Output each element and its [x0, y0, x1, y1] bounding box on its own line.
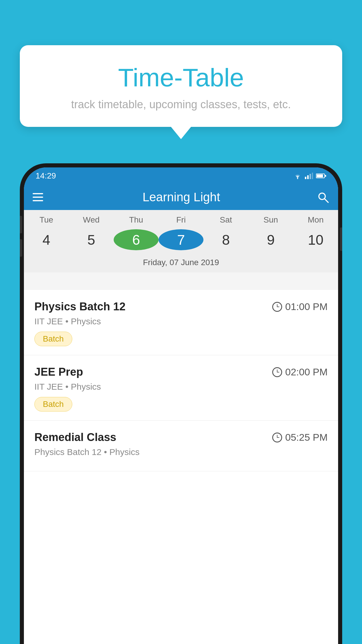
- calendar-day-4[interactable]: 4: [24, 229, 69, 250]
- calendar-day-selected[interactable]: 7: [159, 229, 203, 250]
- calendar-day-7[interactable]: 7: [159, 229, 203, 250]
- clock-icon-1: [272, 302, 282, 312]
- day-header-sun: Sun: [248, 215, 293, 225]
- day-header-sat: Sat: [203, 215, 248, 225]
- app-title: Learning Light: [43, 190, 317, 204]
- svg-rect-1: [305, 177, 306, 179]
- schedule-item-2-time: 02:00 PM: [272, 366, 328, 378]
- schedule-item-3-subtitle: Physics Batch 12 • Physics: [34, 447, 328, 457]
- schedule-item-2-header: JEE Prep 02:00 PM: [34, 366, 328, 378]
- selected-date-label: Friday, 07 June 2019: [24, 256, 338, 272]
- schedule-item-2-time-text: 02:00 PM: [285, 366, 328, 378]
- calendar-day-8[interactable]: 8: [203, 229, 248, 250]
- svg-rect-2: [307, 175, 309, 179]
- svg-rect-6: [325, 175, 326, 177]
- day-header-thu: Thu: [114, 215, 159, 225]
- schedule-item-3-header: Remedial Class 05:25 PM: [34, 431, 328, 444]
- svg-line-9: [324, 199, 328, 202]
- day-header-mon: Mon: [293, 215, 338, 225]
- schedule-item-1-header: Physics Batch 12 01:00 PM: [34, 300, 328, 313]
- speech-bubble-card: Time-Table track timetable, upcoming cla…: [20, 45, 342, 127]
- schedule-item-3-time-text: 05:25 PM: [285, 432, 328, 443]
- schedule-list: Physics Batch 12 01:00 PM IIT JEE • Phys…: [24, 290, 338, 644]
- schedule-item-2-subtitle: IIT JEE • Physics: [34, 382, 328, 392]
- calendar-day-9[interactable]: 9: [248, 229, 293, 250]
- calendar-strip[interactable]: Tue Wed Thu Fri Sat Sun Mon 4 5 6 7 8 9 …: [24, 210, 338, 272]
- schedule-item-2-title: JEE Prep: [34, 366, 83, 378]
- volume-down-button: [20, 239, 22, 257]
- signal-icon: [305, 173, 313, 179]
- status-time: 14:29: [36, 171, 56, 181]
- calendar-day-10[interactable]: 10: [293, 229, 338, 250]
- schedule-item-2-badge: Batch: [34, 397, 72, 412]
- volume-up-button: [20, 216, 22, 233]
- schedule-item-1-time-text: 01:00 PM: [285, 301, 328, 312]
- search-button[interactable]: [317, 191, 329, 204]
- schedule-item-1-title: Physics Batch 12: [34, 300, 126, 313]
- day-header-fri: Fri: [159, 215, 203, 225]
- schedule-item-1-badge: Batch: [34, 332, 72, 346]
- day-header-wed: Wed: [69, 215, 114, 225]
- phone-screen: 14:29: [24, 167, 338, 644]
- day-headers: Tue Wed Thu Fri Sat Sun Mon: [24, 210, 338, 227]
- schedule-item-1-subtitle: IIT JEE • Physics: [34, 316, 328, 326]
- schedule-item-1-time: 01:00 PM: [272, 301, 328, 312]
- calendar-day-today[interactable]: 6: [114, 229, 159, 250]
- battery-icon: [316, 173, 326, 178]
- hamburger-menu-button[interactable]: [33, 193, 43, 201]
- svg-point-0: [297, 178, 298, 179]
- clock-icon-2: [272, 367, 282, 377]
- phone-frame: 14:29: [20, 163, 342, 644]
- svg-rect-7: [317, 174, 323, 177]
- status-bar: 14:29: [24, 167, 338, 184]
- day-numbers[interactable]: 4 5 6 7 8 9 10: [24, 227, 338, 256]
- day-header-tue: Tue: [24, 215, 69, 225]
- calendar-day-5[interactable]: 5: [69, 229, 114, 250]
- bubble-title: Time-Table: [34, 63, 328, 92]
- schedule-item-3-time: 05:25 PM: [272, 432, 328, 443]
- power-button: [340, 228, 342, 251]
- status-icons: [293, 173, 326, 179]
- svg-rect-4: [312, 173, 313, 179]
- svg-rect-3: [310, 174, 311, 179]
- wifi-icon: [293, 173, 302, 179]
- schedule-item-3-title: Remedial Class: [34, 431, 116, 444]
- clock-icon-3: [272, 433, 282, 442]
- schedule-item-2[interactable]: JEE Prep 02:00 PM IIT JEE • Physics Batc…: [24, 355, 338, 421]
- calendar-day-6[interactable]: 6: [114, 229, 159, 250]
- schedule-item-1[interactable]: Physics Batch 12 01:00 PM IIT JEE • Phys…: [24, 290, 338, 355]
- schedule-item-3[interactable]: Remedial Class 05:25 PM Physics Batch 12…: [24, 421, 338, 471]
- bubble-subtitle: track timetable, upcoming classes, tests…: [34, 98, 328, 111]
